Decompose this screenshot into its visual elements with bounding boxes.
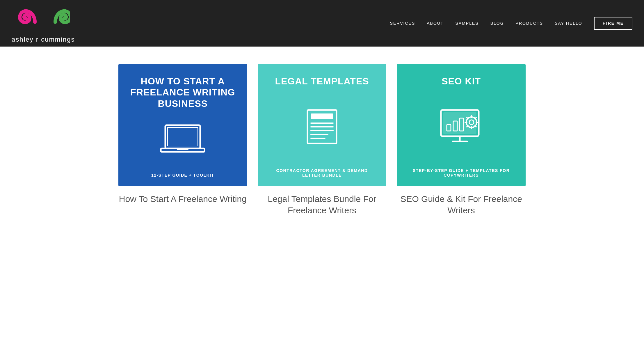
nav-products[interactable]: PRODUCTS — [516, 21, 543, 26]
svg-rect-3 — [177, 148, 188, 150]
document-icon — [299, 93, 345, 159]
svg-line-27 — [475, 118, 476, 119]
logo-text: ashley r cummings — [12, 36, 75, 43]
card-title-2: LEGAL TEMPLATES — [275, 76, 369, 87]
svg-rect-5 — [311, 113, 333, 119]
nav-services[interactable]: SERVICES — [390, 21, 415, 26]
card-subtitle-3: STEP-BY-STEP GUIDE + TEMPLATES FOR COPYW… — [405, 168, 517, 178]
nav-about[interactable]: ABOUT — [427, 21, 444, 26]
svg-line-26 — [467, 126, 468, 127]
nav-samples[interactable]: SAMPLES — [456, 21, 479, 26]
product-name-1: How To Start A Freelance Writing — [118, 193, 247, 205]
product-name-2: Legal Templates Bundle For Freelance Wri… — [258, 193, 387, 216]
card-image-1[interactable]: HOW TO START A FREELANCE WRITING BUSINES… — [118, 64, 247, 186]
product-card-2: LEGAL TEMPLATES CONTRA — [258, 64, 387, 216]
logo-area[interactable]: ashley r cummings — [12, 3, 75, 43]
svg-line-24 — [467, 118, 468, 119]
main-content: HOW TO START A FREELANCE WRITING BUSINES… — [0, 47, 644, 228]
card-image-2[interactable]: LEGAL TEMPLATES CONTRA — [258, 64, 387, 186]
product-card-3: SEO KIT — [397, 64, 526, 216]
card-image-3[interactable]: SEO KIT — [397, 64, 526, 186]
card-subtitle-2: CONTRACTOR AGREEMENT & DEMAND LETTER BUN… — [266, 168, 378, 178]
seo-icon — [438, 93, 485, 159]
svg-rect-1 — [168, 127, 198, 146]
main-nav: SERVICES ABOUT SAMPLES BLOG PRODUCTS SAY… — [390, 17, 632, 30]
card-subtitle-1: 12-STEP GUIDE + TOOLKIT — [151, 173, 214, 178]
hire-me-button[interactable]: HIRE ME — [594, 17, 632, 30]
product-name-3: SEO Guide & Kit For Freelance Writers — [397, 193, 526, 216]
nav-blog[interactable]: BLOG — [490, 21, 504, 26]
laptop-icon — [159, 115, 206, 164]
card-title-3: SEO KIT — [442, 76, 481, 87]
product-card-1: HOW TO START A FREELANCE WRITING BUSINES… — [118, 64, 247, 216]
svg-line-25 — [475, 126, 476, 127]
card-title-1: HOW TO START A FREELANCE WRITING BUSINES… — [127, 76, 239, 109]
nav-say-hello[interactable]: SAY HELLO — [555, 21, 582, 26]
logo-icon — [12, 3, 70, 35]
site-header: ashley r cummings SERVICES ABOUT SAMPLES… — [0, 0, 644, 47]
products-grid: HOW TO START A FREELANCE WRITING BUSINES… — [118, 64, 526, 216]
